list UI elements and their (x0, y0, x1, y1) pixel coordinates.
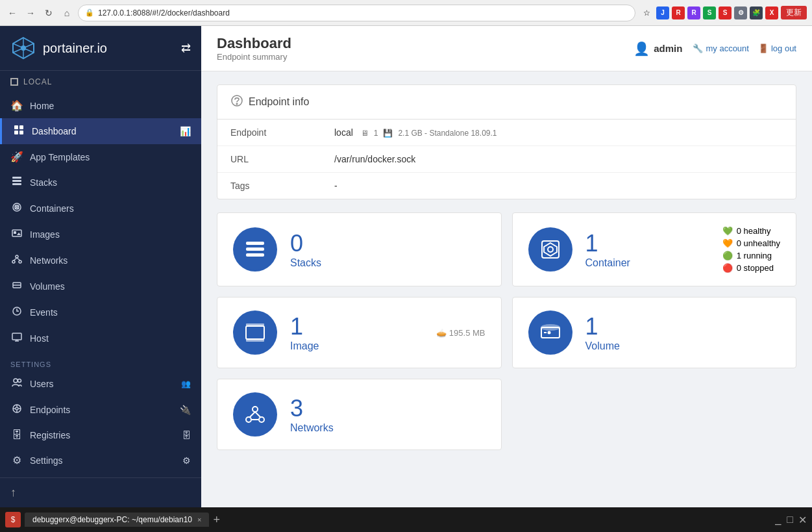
home-nav-button[interactable]: ⌂ (60, 6, 74, 20)
stat-card-volumes: 1 Volume (512, 297, 797, 368)
svg-rect-10 (12, 180, 21, 182)
stacks-label-link[interactable]: Stacks (290, 257, 321, 268)
sidebar-toggle[interactable]: ⇄ (181, 41, 191, 55)
terminal-tab[interactable]: debuggerx@debuggerx-PC: ~/qemu/debian10 … (25, 513, 209, 527)
svg-rect-7 (14, 131, 18, 134)
sidebar-item-registries[interactable]: 🗄 Registries 🗄 (0, 423, 201, 448)
svg-rect-46 (246, 339, 264, 342)
sidebar-item-dashboard-label: Dashboard (32, 126, 77, 136)
images-label: Image (290, 340, 423, 352)
forward-button[interactable]: → (23, 6, 38, 20)
bookmark-button[interactable]: ☆ (639, 6, 654, 20)
volumes-icon-circle (528, 310, 572, 355)
update-button[interactable]: 更新 (781, 6, 807, 19)
healthy-detail: 💚 0 healthy (722, 226, 780, 236)
stacks-stat-info: 0 Stacks (290, 230, 486, 269)
refresh-button[interactable]: ↻ (42, 6, 56, 20)
svg-rect-6 (19, 125, 23, 129)
endpoint-row-endpoint: Endpoint local 🖥 1 💾 2.1 GB - Standalone… (217, 120, 796, 146)
healthy-count: 0 healthy (737, 226, 771, 236)
endpoint-value: local 🖥 1 💾 2.1 GB - Standalone 18.09.1 (321, 120, 796, 146)
sidebar-item-users[interactable]: Users 👥 (0, 371, 201, 397)
sidebar-item-containers[interactable]: Containers (0, 196, 201, 222)
url-bar[interactable]: 🔒 127.0.0.1:8088/#!/2/docker/dashboard (78, 5, 635, 21)
svg-point-38 (236, 103, 238, 105)
images-stat-info: 1 Image (290, 313, 423, 352)
ext-icon-1: J (656, 6, 669, 19)
host-icon (10, 332, 23, 345)
sidebar-item-events-label: Events (30, 307, 58, 318)
svg-point-52 (246, 417, 251, 422)
sidebar-item-images[interactable]: Images (0, 222, 201, 247)
log-out-label: log out (771, 44, 796, 53)
images-number: 1 (290, 313, 423, 340)
memory-icon: 💾 (383, 129, 393, 138)
users-icon (10, 377, 23, 390)
svg-rect-9 (12, 177, 21, 179)
sidebar-item-events[interactable]: Events (0, 299, 201, 325)
containers-number: 1 (585, 230, 709, 257)
sidebar-item-volumes[interactable]: Volumes (0, 273, 201, 299)
images-icon-circle (233, 310, 277, 355)
sidebar-item-home[interactable]: 🏠 Home (0, 93, 201, 118)
endpoints-icon (10, 403, 23, 416)
stacks-icon (10, 176, 23, 189)
svg-point-51 (252, 407, 258, 412)
sidebar-item-volumes-label: Volumes (30, 281, 65, 292)
sidebar-env: LOCAL (0, 71, 201, 93)
sidebar-item-settings[interactable]: ⚙ Settings ⚙ (0, 448, 201, 473)
svg-line-21 (14, 258, 17, 260)
sidebar-item-containers-label: Containers (30, 203, 74, 214)
healthy-heart-icon: 💚 (722, 226, 733, 236)
my-account-link[interactable]: 🔧 my account (693, 44, 748, 53)
images-size-value: 195.5 MB (449, 328, 486, 338)
my-account-label: my account (706, 44, 748, 53)
unhealthy-count: 0 unhealthy (737, 238, 780, 248)
sidebar-item-stacks[interactable]: Stacks (0, 170, 201, 196)
settings-icon: ⚙ (10, 454, 23, 466)
sidebar-item-networks[interactable]: Networks (0, 247, 201, 273)
sidebar-item-dashboard[interactable]: Dashboard 📊 (0, 118, 201, 144)
svg-rect-44 (246, 326, 264, 339)
dashboard-icon-right: 📊 (180, 126, 191, 136)
tags-value: - (321, 173, 796, 199)
sidebar-item-endpoints[interactable]: Endpoints 🔌 (0, 397, 201, 423)
containers-label: Container (585, 257, 709, 269)
stats-grid: 0 Stacks (217, 212, 796, 450)
images-icon (10, 228, 23, 241)
endpoints-icon-right: 🔌 (180, 405, 191, 415)
url-value: /var/run/docker.sock (321, 146, 796, 173)
back-button[interactable]: ← (5, 6, 19, 20)
terminal-minimize[interactable]: ⎯ (775, 514, 781, 526)
images-size: 🥧 195.5 MB (436, 328, 486, 338)
terminal-close-btn[interactable]: ✕ (798, 514, 807, 526)
svg-line-54 (250, 412, 255, 417)
svg-point-20 (19, 260, 21, 263)
running-detail: 🟢 1 running (722, 251, 780, 260)
page-title: Dashboard (217, 35, 291, 52)
containers-details: 💚 0 healthy 🧡 0 unhealthy 🟢 1 running (722, 226, 780, 273)
terminal-close-icon[interactable]: × (197, 516, 201, 524)
svg-point-43 (548, 247, 553, 252)
terminal-restore[interactable]: □ (787, 514, 793, 526)
endpoint-local: local (334, 127, 353, 138)
app-body: portainer.io ⇄ LOCAL 🏠 Home (0, 26, 812, 507)
registries-icon: 🗄 (10, 429, 23, 441)
sidebar-item-host[interactable]: Host (0, 325, 201, 351)
users-icon-right: 👥 (181, 379, 191, 388)
endpoint-row-url: URL /var/run/docker.sock (217, 146, 796, 173)
sidebar-item-app-templates[interactable]: 🚀 App Templates (0, 144, 201, 170)
svg-line-22 (17, 258, 20, 260)
endpoint-label: Endpoint (217, 120, 321, 146)
stat-card-networks: 3 Networks (217, 379, 502, 450)
ext-icon-2: R (672, 6, 685, 19)
new-tab-button[interactable]: + (213, 513, 220, 527)
unhealthy-heart-icon: 🧡 (722, 238, 733, 248)
endpoint-table: Endpoint local 🖥 1 💾 2.1 GB - Standalone… (217, 120, 796, 199)
browser-chrome: ← → ↻ ⌂ 🔒 127.0.0.1:8088/#!/2/docker/das… (0, 0, 812, 26)
log-out-link[interactable]: 🚪 log out (758, 44, 796, 53)
terminal-window-controls: ⎯ □ ✕ (775, 514, 807, 526)
home-icon: 🏠 (10, 99, 23, 112)
stacks-link[interactable]: 0 (290, 230, 303, 257)
sidebar-item-app-templates-label: App Templates (30, 152, 90, 162)
